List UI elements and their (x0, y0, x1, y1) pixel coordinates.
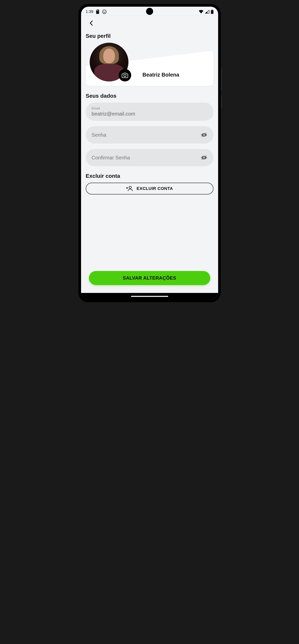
chevron-left-icon (90, 20, 93, 26)
home-handle[interactable] (131, 296, 168, 297)
signal-icon (205, 10, 209, 14)
face-icon (102, 10, 106, 14)
avatar-container (90, 43, 128, 82)
profile-name: Beatriz Bolena (142, 72, 179, 78)
back-button[interactable] (87, 19, 95, 27)
svg-point-0 (102, 10, 106, 14)
profile-section-title: Seu perfil (86, 33, 214, 39)
password-placeholder: Senha (92, 132, 200, 138)
profile-card: Beatriz Bolena (86, 51, 214, 86)
person-remove-icon (126, 186, 133, 191)
svg-rect-3 (211, 10, 214, 14)
status-time: 1:39 (86, 10, 94, 14)
camera-notch (146, 8, 153, 15)
form-fields: Email beatriz@email.com Senha (86, 102, 214, 166)
volume-button (221, 68, 222, 90)
data-section-title: Seus dados (86, 93, 214, 99)
svg-rect-4 (212, 10, 213, 10)
email-label: Email (92, 106, 208, 110)
delete-account-button[interactable]: EXCLUIR CONTA (86, 183, 214, 194)
wifi-icon (199, 10, 204, 14)
delete-section-title: Excluir conta (86, 173, 214, 179)
phone-screen: 1:39 (81, 7, 218, 300)
svg-point-1 (104, 11, 104, 12)
svg-point-2 (105, 11, 105, 12)
svg-point-10 (129, 186, 132, 188)
status-left: 1:39 (86, 10, 107, 14)
toggle-confirm-password-visibility[interactable] (200, 155, 208, 160)
sd-card-icon (96, 10, 100, 14)
battery-icon (211, 10, 214, 14)
confirm-password-field[interactable]: Confirmar Senha (86, 149, 214, 166)
toggle-password-visibility[interactable] (200, 132, 208, 138)
navigation-bar (81, 293, 218, 300)
confirm-password-placeholder: Confirmar Senha (92, 155, 200, 161)
phone-frame: 1:39 (78, 4, 221, 302)
content-area: Seu perfil Beatriz Bolena (81, 16, 218, 293)
delete-button-label: EXCLUIR CONTA (137, 186, 173, 191)
password-field[interactable]: Senha (86, 126, 214, 144)
save-button[interactable]: SALVAR ALTERAÇÕES (89, 271, 210, 285)
power-button (221, 96, 222, 108)
change-photo-button[interactable] (119, 69, 131, 82)
email-field[interactable]: Email beatriz@email.com (86, 102, 214, 121)
camera-icon (122, 72, 128, 78)
eye-off-icon (200, 155, 208, 160)
svg-point-5 (124, 74, 126, 77)
email-value: beatriz@email.com (92, 111, 208, 117)
status-right (199, 10, 214, 14)
eye-off-icon (200, 132, 208, 138)
save-button-label: SALVAR ALTERAÇÕES (123, 275, 176, 281)
